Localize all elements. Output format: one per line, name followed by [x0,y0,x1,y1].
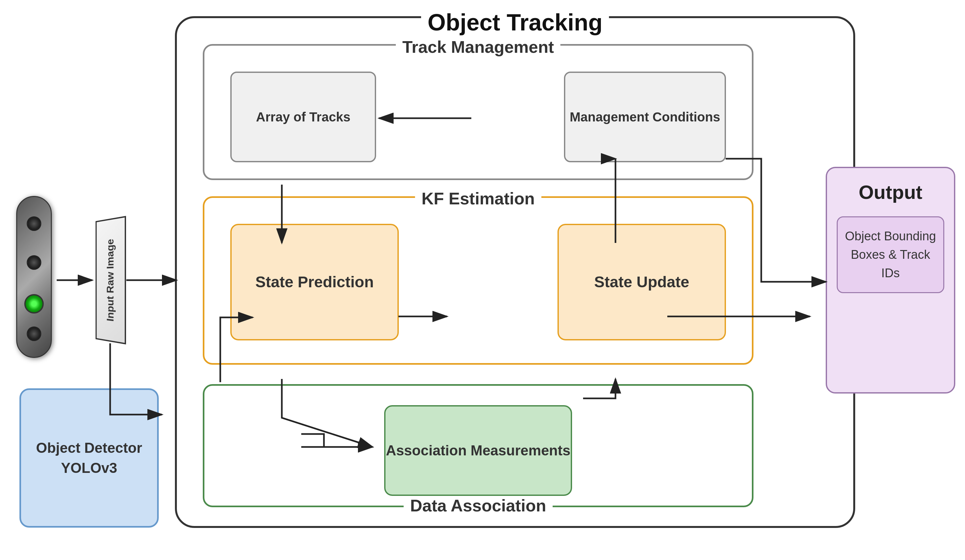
state-prediction-label: State Prediction [255,272,373,292]
management-conditions-label: Management Conditions [570,108,720,125]
output-title: Output [859,181,922,203]
data-association-title: Data Association [404,496,553,515]
data-association-box: Data Association Association Measurement… [203,384,754,507]
camera-body [16,196,52,358]
state-prediction-box: State Prediction [230,224,399,340]
input-raw-image: Input Raw Image [96,216,126,344]
output-content: Object Bounding Boxes & Track IDs [837,216,944,293]
diagram-container: Input Raw Image Object Tracking Track Ma… [0,0,965,560]
kf-estimation-box: KF Estimation State Prediction State Upd… [203,196,754,365]
state-update-label: State Update [594,272,689,292]
kf-estimation-title: KF Estimation [415,189,541,208]
object-detector-label: Object Detector YOLOv3 [21,438,157,478]
track-management-title: Track Management [396,37,560,57]
object-detector-box: Object Detector YOLOv3 [20,389,159,527]
management-conditions-box: Management Conditions [564,72,726,162]
array-of-tracks-box: Array of Tracks [230,72,376,162]
lens-top [27,216,41,231]
state-update-box: State Update [558,224,726,340]
lens-green [24,294,44,313]
output-box: Output Object Bounding Boxes & Track IDs [826,167,955,393]
array-of-tracks-label: Array of Tracks [256,108,350,125]
object-tracking-box: Object Tracking Track Management Array o… [175,16,855,528]
lens-bot [27,327,41,341]
camera-device [13,196,55,364]
association-measurements-label: Association Measurements [386,441,571,460]
track-management-box: Track Management Array of Tracks Managem… [203,44,754,180]
input-image-label: Input Raw Image [105,238,116,322]
object-tracking-title: Object Tracking [421,9,609,36]
lens-mid [27,255,41,270]
association-measurements-box: Association Measurements [384,405,572,496]
